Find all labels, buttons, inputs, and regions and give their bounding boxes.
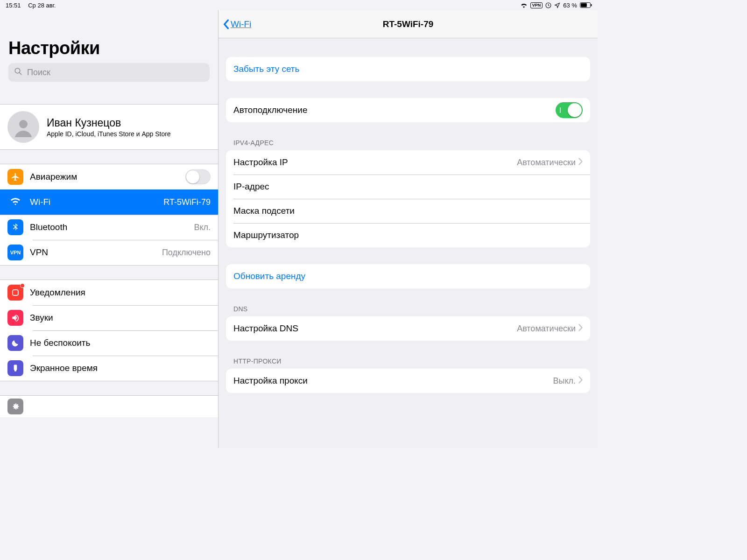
sidebar-item-value: Вкл.: [194, 223, 211, 232]
search-icon: [14, 67, 22, 77]
back-button[interactable]: Wi-Fi: [218, 19, 251, 29]
bluetooth-icon: [7, 219, 23, 235]
sidebar-item-label: Звуки: [30, 313, 211, 323]
autojoin-row[interactable]: Автоподключение: [226, 98, 590, 122]
configure-proxy-value: Выкл.: [553, 376, 576, 386]
svg-rect-10: [14, 370, 16, 371]
status-date: Ср 28 авг.: [28, 2, 56, 9]
sidebar-item-wifi[interactable]: Wi-Fi RT-5WiFi-79: [0, 189, 218, 215]
ip-address-row[interactable]: IP-адрес: [226, 175, 590, 199]
dns-section-label: DNS: [226, 305, 590, 316]
general-icon: [7, 399, 23, 414]
sidebar-item-dnd[interactable]: Не беспокоить: [0, 330, 218, 356]
forget-network-button[interactable]: Забыть эту сеть: [226, 57, 590, 81]
svg-rect-8: [13, 290, 18, 295]
sidebar-item-bluetooth[interactable]: Bluetooth Вкл.: [0, 215, 218, 240]
svg-rect-2: [581, 3, 587, 7]
sidebar-item-notifications[interactable]: Уведомления: [0, 280, 218, 305]
svg-point-6: [19, 120, 28, 128]
battery-percent: 63 %: [563, 2, 577, 9]
sidebar-item-screentime[interactable]: Экранное время: [0, 356, 218, 381]
ipv4-section-label: IPV4-АДРЕС: [226, 139, 590, 150]
sidebar-item-label: Bluetooth: [30, 222, 187, 232]
dnd-icon: [7, 335, 23, 351]
configure-dns-row[interactable]: Настройка DNS Автоматически: [226, 316, 590, 341]
profile-name: Иван Кузнецов: [47, 117, 171, 129]
chevron-left-icon: [222, 19, 230, 29]
vpn-icon: VPN: [7, 245, 23, 260]
airplane-icon: [7, 169, 23, 185]
configure-ip-value: Автоматически: [517, 158, 576, 168]
location-status-icon: [554, 2, 560, 8]
chevron-right-icon: [578, 376, 583, 385]
avatar: [7, 111, 39, 143]
status-time: 15:51: [6, 2, 21, 9]
autojoin-label: Автоподключение: [233, 105, 556, 115]
profile-sub: Apple ID, iCloud, iTunes Store и App Sto…: [47, 130, 171, 138]
rotation-lock-icon: [545, 2, 551, 8]
svg-line-5: [19, 72, 21, 75]
back-label: Wi-Fi: [231, 19, 251, 29]
wifi-status-icon: [520, 2, 528, 8]
configure-dns-value: Автоматически: [517, 324, 576, 334]
sidebar-item-value: RT-5WiFi-79: [163, 197, 211, 207]
sidebar-item-vpn[interactable]: VPN VPN Подключено: [0, 240, 218, 265]
sidebar-item-sounds[interactable]: Звуки: [0, 305, 218, 330]
configure-proxy-row[interactable]: Настройка прокси Выкл.: [226, 369, 590, 393]
status-bar: 15:51 Ср 28 авг. VPN 63 %: [0, 0, 598, 10]
screentime-icon: [7, 360, 23, 376]
sidebar-item-airplane[interactable]: Авиарежим: [0, 164, 218, 189]
detail-pane: Wi-Fi RT-5WiFi-79 Забыть эту сеть Автопо…: [218, 10, 598, 448]
renew-lease-button[interactable]: Обновить аренду: [226, 264, 590, 288]
detail-title: RT-5WiFi-79: [383, 19, 434, 29]
configure-ip-row[interactable]: Настройка IP Автоматически: [226, 150, 590, 175]
notifications-icon: [7, 285, 23, 301]
airplane-toggle[interactable]: [185, 169, 211, 184]
subnet-row[interactable]: Маска подсети: [226, 199, 590, 223]
settings-title: Настройки: [8, 38, 210, 58]
sidebar-item-label: VPN: [30, 247, 155, 258]
sidebar-item-label: Wi-Fi: [30, 197, 157, 207]
profile-row[interactable]: Иван Кузнецов Apple ID, iCloud, iTunes S…: [0, 105, 218, 149]
sidebar-item-label: Не беспокоить: [30, 338, 211, 348]
sounds-icon: [7, 310, 23, 326]
settings-sidebar: Настройки Иван Кузнецов Apple ID, iCloud…: [0, 10, 218, 448]
autojoin-toggle[interactable]: [556, 102, 583, 118]
detail-header: Wi-Fi RT-5WiFi-79: [218, 10, 598, 38]
search-input[interactable]: [8, 63, 210, 82]
sidebar-item-label: Авиарежим: [30, 172, 179, 182]
sidebar-item-value: Подключено: [162, 248, 211, 258]
chevron-right-icon: [578, 158, 583, 167]
vpn-status-badge: VPN: [530, 2, 543, 8]
router-row[interactable]: Маршрутизатор: [226, 223, 590, 247]
battery-icon: [580, 2, 592, 8]
sidebar-item-label: Уведомления: [30, 287, 211, 298]
svg-rect-3: [591, 4, 592, 7]
proxy-section-label: HTTP-ПРОКСИ: [226, 357, 590, 369]
svg-rect-9: [14, 365, 17, 371]
wifi-icon: [7, 194, 23, 210]
sidebar-item-general[interactable]: [0, 396, 218, 417]
sidebar-item-label: Экранное время: [30, 363, 211, 373]
chevron-right-icon: [578, 324, 583, 333]
